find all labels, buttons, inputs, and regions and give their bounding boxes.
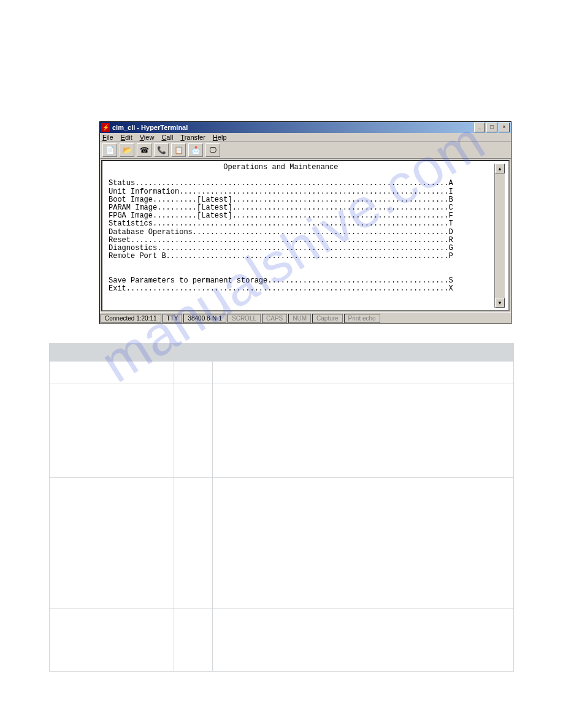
status-connected: Connected 1:20:11 [101, 314, 161, 323]
scroll-up-icon[interactable]: ▲ [495, 164, 505, 173]
menu-file[interactable]: File [102, 134, 113, 141]
menu-transfer[interactable]: Transfer [180, 134, 205, 141]
toolbar-receive-icon[interactable]: 📩 [188, 143, 203, 157]
table-row [50, 384, 514, 478]
terminal-area: Operations and Maintenance Status.......… [100, 159, 511, 313]
menubar: File Edit View Call Transfer Help [100, 133, 511, 142]
app-icon: ⚡ [101, 123, 110, 132]
table-header-cell [174, 344, 213, 362]
titlebar: ⚡ cim_cli - HyperTerminal _ □ × [100, 122, 511, 133]
table-row [50, 362, 514, 384]
hyperterminal-window: ⚡ cim_cli - HyperTerminal _ □ × File Edi… [99, 121, 511, 324]
options-table [49, 343, 514, 672]
scroll-track[interactable] [496, 173, 504, 298]
window-title: cim_cli - HyperTerminal [112, 124, 474, 131]
toolbar-new-icon[interactable]: 📄 [102, 143, 117, 157]
table-header-row [50, 344, 514, 362]
minimize-button[interactable]: _ [474, 123, 485, 132]
vertical-scrollbar[interactable]: ▲ ▼ [494, 164, 505, 308]
toolbar-hangup-icon[interactable]: 📞 [154, 143, 169, 157]
table-row [50, 609, 514, 672]
menu-call[interactable]: Call [161, 134, 173, 141]
menu-view[interactable]: View [140, 134, 155, 141]
scroll-down-icon[interactable]: ▼ [495, 298, 505, 308]
statusbar: Connected 1:20:11 TTY 38400 8-N-1 SCROLL… [100, 313, 511, 324]
menu-edit[interactable]: Edit [121, 134, 132, 141]
toolbar-call-icon[interactable]: ☎ [137, 143, 151, 157]
status-baud: 38400 8-N-1 [183, 314, 226, 323]
menu-help[interactable]: Help [213, 134, 227, 141]
terminal-text[interactable]: Operations and Maintenance Status.......… [109, 164, 494, 308]
status-capture: Capture [312, 314, 343, 323]
status-num: NUM [288, 314, 311, 323]
table-row [50, 478, 514, 609]
toolbar-send-icon[interactable]: 📋 [171, 143, 186, 157]
status-tty: TTY [163, 314, 183, 323]
close-button[interactable]: × [499, 123, 510, 132]
window-buttons: _ □ × [474, 123, 510, 132]
status-caps: CAPS [262, 314, 287, 323]
maximize-button[interactable]: □ [486, 123, 497, 132]
toolbar-open-icon[interactable]: 📂 [120, 143, 134, 157]
resize-grip-icon[interactable] [500, 313, 511, 324]
table-header-cell [213, 344, 514, 362]
toolbar-properties-icon[interactable]: 🖵 [205, 143, 220, 157]
table-header-cell [50, 344, 174, 362]
status-scroll: SCROLL [228, 314, 261, 323]
toolbar: 📄 📂 ☎ 📞 📋 📩 🖵 [100, 142, 511, 159]
status-printecho: Print echo [344, 314, 380, 323]
